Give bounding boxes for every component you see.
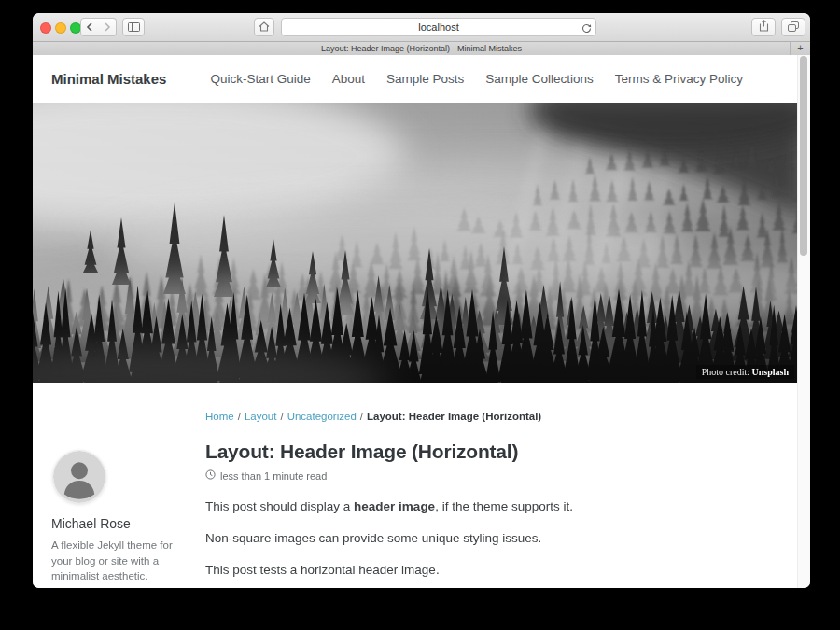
person-silhouette-icon <box>53 451 105 503</box>
page-title: Layout: Header Image (Horizontal) <box>205 441 761 463</box>
breadcrumb-link-layout[interactable]: Layout <box>245 411 277 422</box>
foggy-forest-illustration <box>33 103 798 383</box>
paragraph-bold-text: header image <box>354 499 435 513</box>
sidebar-icon <box>128 19 140 35</box>
breadcrumb-link-home[interactable]: Home <box>205 411 234 422</box>
breadcrumb-current: Layout: Header Image (Horizontal) <box>367 411 541 422</box>
author-sidebar: Michael Rose A flexible Jekyll theme for… <box>51 451 191 584</box>
scrollbar-thumb[interactable] <box>800 56 807 256</box>
breadcrumb-separator: / <box>360 411 363 422</box>
breadcrumb-separator: / <box>238 411 241 422</box>
author-bio: A flexible Jekyll theme for your blog or… <box>51 538 191 584</box>
back-button[interactable] <box>80 18 99 36</box>
minimize-button[interactable] <box>55 22 66 34</box>
site-title-link[interactable]: Minimal Mistakes <box>51 71 166 87</box>
post-paragraph: This post tests a horizontal header imag… <box>205 563 761 577</box>
share-icon <box>759 19 769 35</box>
post-paragraph: This post should display a header image,… <box>205 499 761 513</box>
active-tab[interactable]: Layout: Header Image (Horizontal) - Mini… <box>33 42 810 55</box>
photo-credit-source: Unsplash <box>752 367 789 377</box>
read-time: less than 1 minute read <box>220 470 327 482</box>
share-button[interactable] <box>751 18 776 36</box>
scrollbar-track[interactable] <box>797 55 810 588</box>
page-viewport: Minimal Mistakes Quick-Start Guide About… <box>33 55 798 588</box>
traffic-lights <box>40 22 81 34</box>
avatar <box>53 451 105 503</box>
post-content-area: Home/Layout/Uncategorized/Layout: Header… <box>33 383 798 588</box>
address-bar[interactable]: localhost <box>281 18 596 36</box>
chevron-left-icon <box>86 19 93 35</box>
post-body: This post should display a header image,… <box>205 499 761 577</box>
header-image: Photo credit: Unsplash <box>33 103 798 383</box>
masthead: Minimal Mistakes Quick-Start Guide About… <box>33 55 798 103</box>
nav-item-terms-privacy[interactable]: Terms & Privacy Policy <box>615 72 743 86</box>
reload-button[interactable] <box>581 21 592 38</box>
post-paragraph: Non-square images can provide some uniqu… <box>205 531 761 545</box>
breadcrumb-separator: / <box>280 411 283 422</box>
browser-toolbar: localhost <box>33 13 810 42</box>
author-name: Michael Rose <box>51 516 191 531</box>
paragraph-text: , if the theme supports it. <box>435 499 573 513</box>
nav-item-sample-posts[interactable]: Sample Posts <box>386 72 464 86</box>
breadcrumb-link-uncategorized[interactable]: Uncategorized <box>287 411 357 422</box>
nav-item-quick-start-guide[interactable]: Quick-Start Guide <box>210 72 310 86</box>
tab-overview-button[interactable] <box>781 18 805 36</box>
primary-nav: Quick-Start Guide About Sample Posts Sam… <box>210 72 764 86</box>
paragraph-text: This post should display a <box>205 499 354 513</box>
tab-bar: Layout: Header Image (Horizontal) - Mini… <box>33 42 810 56</box>
home-icon <box>259 19 270 35</box>
close-button[interactable] <box>40 22 51 34</box>
photo-credit: Photo credit: Unsplash <box>696 365 794 379</box>
post-meta: less than 1 minute read <box>205 469 761 482</box>
nav-item-sample-collections[interactable]: Sample Collections <box>485 72 594 86</box>
tabs-icon <box>788 19 799 35</box>
chevron-right-icon <box>104 19 111 35</box>
photo-credit-prefix: Photo credit: <box>702 367 752 377</box>
home-button[interactable] <box>254 18 274 36</box>
tab-title: Layout: Header Image (Horizontal) - Mini… <box>321 44 522 53</box>
forward-button[interactable] <box>98 18 117 36</box>
url-text: localhost <box>418 21 458 33</box>
sidebar-toggle-button[interactable] <box>122 18 145 36</box>
breadcrumb: Home/Layout/Uncategorized/Layout: Header… <box>33 383 798 422</box>
new-tab-button[interactable]: + <box>790 42 810 55</box>
nav-item-about[interactable]: About <box>332 72 365 86</box>
clock-icon <box>205 469 216 482</box>
browser-window: localhost Layout: Header Image (Horizont… <box>33 13 810 588</box>
